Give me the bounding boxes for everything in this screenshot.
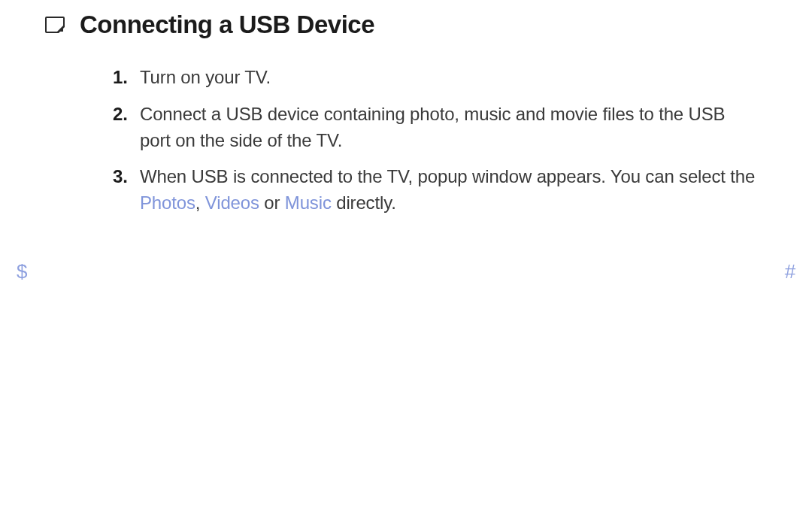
highlight-music: Music: [285, 192, 332, 213]
step-text: Connect a USB device containing photo, m…: [140, 101, 759, 154]
step-number: 2.: [113, 101, 129, 154]
highlight-photos: Photos: [140, 192, 195, 213]
list-item: 2. Connect a USB device containing photo…: [113, 101, 759, 154]
step-text: Turn on your TV.: [140, 65, 759, 91]
step-text-part: directly.: [332, 192, 396, 213]
manual-page: Connecting a USB Device 1. Turn on your …: [0, 0, 812, 217]
step-text: When USB is connected to the TV, popup w…: [140, 164, 759, 217]
page-title: Connecting a USB Device: [80, 11, 374, 39]
step-text-part: or: [259, 192, 285, 213]
highlight-videos: Videos: [205, 192, 259, 213]
step-text-part: When USB is connected to the TV, popup w…: [140, 166, 755, 186]
heading-row: Connecting a USB Device: [45, 11, 767, 39]
section-bullet-icon: [45, 17, 65, 33]
step-number: 3.: [113, 164, 129, 217]
step-number: 1.: [113, 65, 129, 91]
prev-page-button[interactable]: $: [17, 260, 27, 283]
next-page-button[interactable]: #: [785, 260, 795, 283]
list-item: 1. Turn on your TV.: [113, 65, 759, 91]
step-text-part: ,: [195, 192, 205, 213]
list-item: 3. When USB is connected to the TV, popu…: [113, 164, 759, 217]
steps-list: 1. Turn on your TV. 2. Connect a USB dev…: [45, 65, 767, 217]
